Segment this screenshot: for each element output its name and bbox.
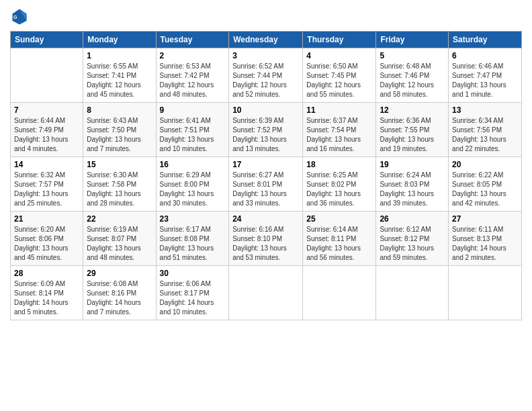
day-number: 20 [452, 160, 518, 169]
day-info: Sunrise: 6:30 AMSunset: 7:58 PMDaylight:… [87, 171, 152, 208]
day-number: 25 [306, 214, 372, 224]
day-number: 15 [87, 160, 152, 169]
day-number: 3 [232, 51, 299, 60]
day-cell: 4Sunrise: 6:50 AMSunset: 7:45 PMDaylight… [303, 48, 376, 103]
day-info: Sunrise: 6:41 AMSunset: 7:51 PMDaylight:… [160, 116, 226, 154]
day-cell: 19Sunrise: 6:24 AMSunset: 8:03 PMDayligh… [376, 157, 449, 212]
day-cell: 7Sunrise: 6:44 AMSunset: 7:49 PMDaylight… [11, 103, 83, 157]
day-cell: 3Sunrise: 6:52 AMSunset: 7:44 PMDaylight… [229, 48, 303, 103]
day-cell: 26Sunrise: 6:12 AMSunset: 8:12 PMDayligh… [376, 212, 449, 266]
day-info: Sunrise: 6:48 AMSunset: 7:46 PMDaylight:… [380, 62, 445, 99]
day-cell: 29Sunrise: 6:08 AMSunset: 8:16 PMDayligh… [83, 266, 156, 320]
day-number: 8 [87, 105, 152, 115]
day-cell: 16Sunrise: 6:29 AMSunset: 8:00 PMDayligh… [156, 157, 229, 212]
day-number: 24 [232, 214, 299, 224]
day-number: 21 [14, 214, 79, 224]
day-cell [229, 266, 303, 320]
day-number: 23 [160, 214, 226, 224]
day-info: Sunrise: 6:25 AMSunset: 8:02 PMDaylight:… [306, 171, 372, 208]
weekday-header: Saturday [449, 32, 522, 48]
logo: G [10, 7, 32, 26]
day-info: Sunrise: 6:22 AMSunset: 8:05 PMDaylight:… [452, 171, 518, 208]
day-number: 30 [160, 269, 226, 278]
day-cell [11, 48, 83, 103]
day-number: 13 [452, 105, 518, 115]
day-info: Sunrise: 6:14 AMSunset: 8:11 PMDaylight:… [306, 225, 372, 263]
day-number: 7 [14, 105, 79, 115]
day-cell: 2Sunrise: 6:53 AMSunset: 7:42 PMDaylight… [156, 48, 229, 103]
day-info: Sunrise: 6:53 AMSunset: 7:42 PMDaylight:… [160, 62, 226, 99]
day-info: Sunrise: 6:36 AMSunset: 7:55 PMDaylight:… [380, 116, 445, 154]
day-cell: 11Sunrise: 6:37 AMSunset: 7:54 PMDayligh… [303, 103, 376, 157]
day-info: Sunrise: 6:39 AMSunset: 7:52 PMDaylight:… [232, 116, 299, 154]
week-row: 21Sunrise: 6:20 AMSunset: 8:06 PMDayligh… [11, 212, 522, 266]
day-info: Sunrise: 6:17 AMSunset: 8:08 PMDaylight:… [160, 225, 226, 263]
day-cell: 27Sunrise: 6:11 AMSunset: 8:13 PMDayligh… [449, 212, 522, 266]
day-cell: 20Sunrise: 6:22 AMSunset: 8:05 PMDayligh… [449, 157, 522, 212]
day-info: Sunrise: 6:52 AMSunset: 7:44 PMDaylight:… [232, 62, 299, 99]
day-info: Sunrise: 6:46 AMSunset: 7:47 PMDaylight:… [452, 62, 518, 99]
weekday-header: Thursday [303, 32, 376, 48]
day-cell: 17Sunrise: 6:27 AMSunset: 8:01 PMDayligh… [229, 157, 303, 212]
day-cell: 12Sunrise: 6:36 AMSunset: 7:55 PMDayligh… [376, 103, 449, 157]
day-number: 26 [380, 214, 445, 224]
day-cell: 18Sunrise: 6:25 AMSunset: 8:02 PMDayligh… [303, 157, 376, 212]
day-number: 27 [452, 214, 518, 224]
logo-icon: G [10, 7, 29, 26]
day-cell: 25Sunrise: 6:14 AMSunset: 8:11 PMDayligh… [303, 212, 376, 266]
day-info: Sunrise: 6:34 AMSunset: 7:56 PMDaylight:… [452, 116, 518, 154]
day-number: 19 [380, 160, 445, 169]
day-cell: 8Sunrise: 6:43 AMSunset: 7:50 PMDaylight… [83, 103, 156, 157]
day-number: 28 [14, 269, 79, 278]
day-cell: 22Sunrise: 6:19 AMSunset: 8:07 PMDayligh… [83, 212, 156, 266]
calendar: SundayMondayTuesdayWednesdayThursdayFrid… [10, 31, 522, 320]
calendar-header-row: SundayMondayTuesdayWednesdayThursdayFrid… [11, 32, 522, 48]
day-info: Sunrise: 6:55 AMSunset: 7:41 PMDaylight:… [87, 62, 152, 99]
day-cell: 5Sunrise: 6:48 AMSunset: 7:46 PMDaylight… [376, 48, 449, 103]
day-info: Sunrise: 6:12 AMSunset: 8:12 PMDaylight:… [380, 225, 445, 263]
week-row: 14Sunrise: 6:32 AMSunset: 7:57 PMDayligh… [11, 157, 522, 212]
weekday-header: Tuesday [156, 32, 229, 48]
day-info: Sunrise: 6:08 AMSunset: 8:16 PMDaylight:… [87, 279, 152, 317]
day-number: 1 [87, 51, 152, 60]
day-number: 17 [232, 160, 299, 169]
day-info: Sunrise: 6:11 AMSunset: 8:13 PMDaylight:… [452, 225, 518, 263]
day-info: Sunrise: 6:16 AMSunset: 8:10 PMDaylight:… [232, 225, 299, 263]
day-number: 9 [160, 105, 226, 115]
day-number: 29 [87, 269, 152, 278]
day-number: 11 [306, 105, 372, 115]
day-number: 18 [306, 160, 372, 169]
day-cell [303, 266, 376, 320]
day-number: 14 [14, 160, 79, 169]
weekday-header: Wednesday [229, 32, 303, 48]
weekday-header: Monday [83, 32, 156, 48]
svg-text:G: G [13, 15, 17, 19]
day-cell: 24Sunrise: 6:16 AMSunset: 8:10 PMDayligh… [229, 212, 303, 266]
day-number: 2 [160, 51, 226, 60]
week-row: 1Sunrise: 6:55 AMSunset: 7:41 PMDaylight… [11, 48, 522, 103]
day-number: 12 [380, 105, 445, 115]
day-cell: 10Sunrise: 6:39 AMSunset: 7:52 PMDayligh… [229, 103, 303, 157]
day-number: 4 [306, 51, 372, 60]
day-info: Sunrise: 6:20 AMSunset: 8:06 PMDaylight:… [14, 225, 79, 263]
day-cell: 23Sunrise: 6:17 AMSunset: 8:08 PMDayligh… [156, 212, 229, 266]
day-info: Sunrise: 6:50 AMSunset: 7:45 PMDaylight:… [306, 62, 372, 99]
day-cell [449, 266, 522, 320]
day-info: Sunrise: 6:09 AMSunset: 8:14 PMDaylight:… [14, 279, 79, 317]
weekday-header: Sunday [11, 32, 83, 48]
day-cell: 9Sunrise: 6:41 AMSunset: 7:51 PMDaylight… [156, 103, 229, 157]
day-cell: 28Sunrise: 6:09 AMSunset: 8:14 PMDayligh… [11, 266, 83, 320]
day-info: Sunrise: 6:19 AMSunset: 8:07 PMDaylight:… [87, 225, 152, 263]
day-cell: 13Sunrise: 6:34 AMSunset: 7:56 PMDayligh… [449, 103, 522, 157]
day-info: Sunrise: 6:06 AMSunset: 8:17 PMDaylight:… [160, 279, 226, 317]
header: G [10, 7, 522, 26]
day-cell: 30Sunrise: 6:06 AMSunset: 8:17 PMDayligh… [156, 266, 229, 320]
week-row: 28Sunrise: 6:09 AMSunset: 8:14 PMDayligh… [11, 266, 522, 320]
day-number: 5 [380, 51, 445, 60]
page: G SundayMondayTuesdayWednesdayThursdayFr… [0, 0, 532, 411]
day-number: 10 [232, 105, 299, 115]
day-cell [376, 266, 449, 320]
week-row: 7Sunrise: 6:44 AMSunset: 7:49 PMDaylight… [11, 103, 522, 157]
day-info: Sunrise: 6:27 AMSunset: 8:01 PMDaylight:… [232, 171, 299, 208]
day-info: Sunrise: 6:44 AMSunset: 7:49 PMDaylight:… [14, 116, 79, 154]
